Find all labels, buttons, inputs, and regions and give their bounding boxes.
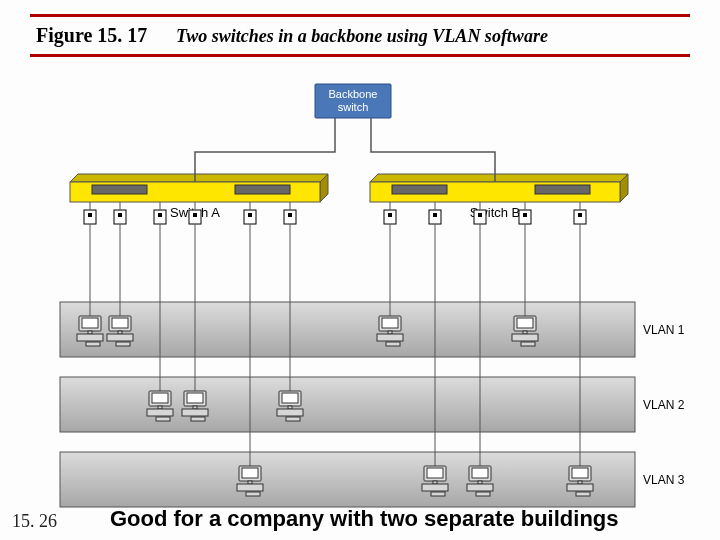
workstation-icon: [107, 316, 133, 346]
svg-rect-21: [77, 334, 103, 341]
svg-rect-101: [567, 484, 593, 491]
workstation-icon: [277, 391, 303, 421]
svg-rect-35: [152, 393, 168, 403]
svg-rect-15: [88, 213, 92, 217]
svg-text:VLAN 2: VLAN 2: [643, 398, 685, 412]
svg-rect-31: [158, 213, 162, 217]
svg-rect-91: [517, 318, 533, 328]
title-rule-bottom: [30, 54, 690, 57]
bottom-caption: Good for a company with two separate bui…: [110, 506, 619, 532]
figure-number: Figure 15. 17: [36, 24, 147, 47]
workstation-icon: [467, 466, 493, 496]
slide: Figure 15. 17 Two switches in a backbone…: [0, 0, 720, 540]
svg-rect-51: [242, 468, 258, 478]
figure-caption: Two switches in a backbone using VLAN so…: [176, 26, 548, 47]
svg-rect-62: [286, 417, 300, 421]
svg-rect-47: [248, 213, 252, 217]
svg-text:VLAN 1: VLAN 1: [643, 323, 685, 337]
svg-rect-94: [521, 342, 535, 346]
svg-text:switch: switch: [338, 101, 369, 113]
svg-rect-63: [388, 213, 392, 217]
svg-rect-70: [386, 342, 400, 346]
svg-rect-19: [82, 318, 98, 328]
page-number: 15. 26: [12, 511, 57, 532]
workstation-icon: [512, 316, 538, 346]
vlan-band-2: [60, 377, 635, 432]
svg-rect-78: [431, 492, 445, 496]
workstation-icon: [77, 316, 103, 346]
workstation-icon: [182, 391, 208, 421]
svg-marker-7: [370, 174, 628, 182]
svg-rect-46: [191, 417, 205, 421]
svg-rect-93: [512, 334, 538, 341]
svg-rect-85: [467, 484, 493, 491]
svg-text:Backbone: Backbone: [329, 88, 378, 100]
svg-rect-29: [107, 334, 133, 341]
svg-rect-102: [576, 492, 590, 496]
svg-rect-83: [472, 468, 488, 478]
svg-rect-77: [422, 484, 448, 491]
svg-rect-54: [246, 492, 260, 496]
svg-rect-95: [578, 213, 582, 217]
title-rule-top: [30, 14, 690, 17]
svg-rect-38: [156, 417, 170, 421]
svg-rect-99: [572, 468, 588, 478]
workstation-icon: [567, 466, 593, 496]
svg-text:VLAN 3: VLAN 3: [643, 473, 685, 487]
vlan-band-3: [60, 452, 635, 507]
svg-rect-22: [86, 342, 100, 346]
svg-rect-30: [116, 342, 130, 346]
svg-rect-71: [433, 213, 437, 217]
svg-rect-9: [392, 185, 447, 194]
svg-rect-59: [282, 393, 298, 403]
svg-rect-55: [288, 213, 292, 217]
svg-rect-53: [237, 484, 263, 491]
svg-rect-39: [193, 213, 197, 217]
svg-rect-37: [147, 409, 173, 416]
svg-rect-43: [187, 393, 203, 403]
svg-rect-86: [476, 492, 490, 496]
svg-rect-67: [382, 318, 398, 328]
svg-rect-10: [535, 185, 590, 194]
workstation-icon: [147, 391, 173, 421]
vlan-band-1: [60, 302, 635, 357]
svg-rect-79: [478, 213, 482, 217]
workstation-icon: [237, 466, 263, 496]
svg-rect-69: [377, 334, 403, 341]
svg-rect-5: [235, 185, 290, 194]
svg-rect-4: [92, 185, 147, 194]
svg-rect-23: [118, 213, 122, 217]
svg-rect-45: [182, 409, 208, 416]
figure-diagram: BackboneswitchSwitch ASwitch BVLAN 1VLAN…: [30, 72, 690, 512]
svg-rect-87: [523, 213, 527, 217]
svg-rect-27: [112, 318, 128, 328]
svg-rect-75: [427, 468, 443, 478]
svg-marker-2: [70, 174, 328, 182]
workstation-icon: [422, 466, 448, 496]
workstation-icon: [377, 316, 403, 346]
svg-rect-61: [277, 409, 303, 416]
